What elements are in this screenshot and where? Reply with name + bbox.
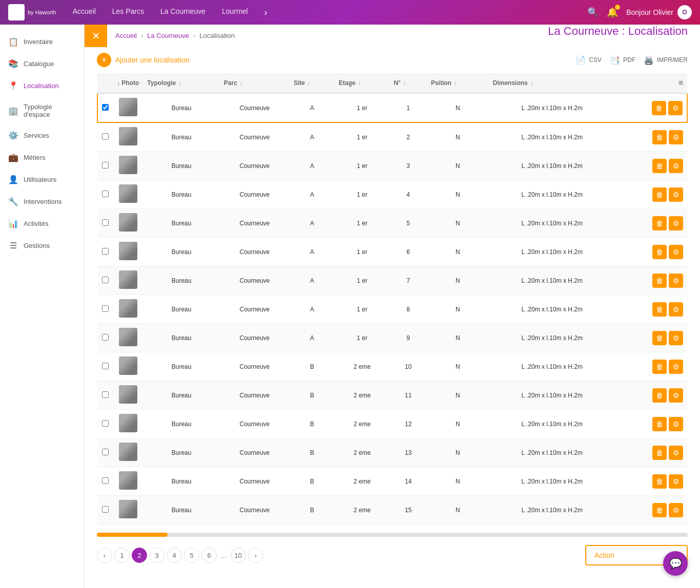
- sidebar-item-metiers[interactable]: 💼 Métiers: [0, 146, 84, 169]
- checkbox-input[interactable]: [102, 363, 109, 369]
- nav-more-icon[interactable]: ›: [264, 7, 267, 18]
- page-btn-6[interactable]: 6: [201, 548, 217, 563]
- add-localisation-button[interactable]: + Ajouter une localisation: [97, 53, 190, 67]
- row-checkbox[interactable]: [97, 352, 113, 381]
- checkbox-input[interactable]: [102, 219, 109, 226]
- sidebar-item-inventaire[interactable]: 📋 Inventaire: [0, 31, 84, 53]
- sidebar-item-localisation[interactable]: 📍 Localisation: [0, 75, 84, 97]
- row-checkbox[interactable]: [97, 238, 113, 266]
- settings-button[interactable]: ⚙: [669, 388, 683, 403]
- settings-button[interactable]: ⚙: [669, 417, 683, 431]
- checkbox-input[interactable]: [102, 334, 109, 341]
- col-psition[interactable]: Psition ↕: [427, 73, 489, 93]
- delete-button[interactable]: 🗑: [652, 331, 667, 345]
- col-dimensions[interactable]: Dimensions ↕: [489, 73, 615, 93]
- settings-button[interactable]: ⚙: [669, 245, 683, 259]
- settings-button[interactable]: ⚙: [669, 130, 683, 144]
- settings-button[interactable]: ⚙: [669, 446, 683, 460]
- settings-button[interactable]: ⚙: [669, 159, 683, 173]
- checkbox-input[interactable]: [102, 277, 109, 283]
- row-checkbox[interactable]: [97, 122, 113, 152]
- row-checkbox[interactable]: [97, 295, 113, 324]
- sidebar-item-interventions[interactable]: 🔧 Interventions: [0, 191, 84, 213]
- page-btn-1[interactable]: 1: [114, 548, 130, 563]
- delete-button[interactable]: 🗑: [652, 245, 667, 259]
- nav-lourmel[interactable]: Lourmel: [222, 7, 248, 18]
- delete-button[interactable]: 🗑: [652, 187, 667, 202]
- row-checkbox[interactable]: [97, 381, 113, 410]
- chat-button[interactable]: 💬: [663, 551, 688, 576]
- delete-button[interactable]: 🗑: [652, 159, 667, 173]
- sidebar-item-catalogue[interactable]: 📚 Catalogue: [0, 53, 84, 75]
- nav-les-parcs[interactable]: Les Parcs: [112, 7, 144, 18]
- notification-bell-icon[interactable]: 🔔 1: [607, 7, 618, 18]
- delete-button[interactable]: 🗑: [652, 388, 667, 403]
- breadcrumb-la-courneuve[interactable]: La Courneuve: [147, 32, 189, 39]
- settings-button[interactable]: ⚙: [669, 474, 683, 489]
- sidebar-item-gestions[interactable]: ☰ Gestions: [0, 235, 84, 257]
- csv-button[interactable]: 📄 CSV: [575, 55, 602, 65]
- pagination-prev[interactable]: ‹: [97, 548, 112, 563]
- checkbox-input[interactable]: [102, 191, 109, 197]
- delete-button[interactable]: 🗑: [652, 360, 667, 374]
- nav-accueil[interactable]: Accueil: [73, 7, 96, 18]
- sidebar-item-activites[interactable]: 📊 Activités: [0, 213, 84, 235]
- nav-la-courneuve[interactable]: La Courneuve: [160, 7, 205, 18]
- row-checkbox[interactable]: [97, 93, 113, 122]
- delete-button[interactable]: 🗑: [652, 417, 667, 431]
- checkbox-input[interactable]: [102, 477, 109, 484]
- print-button[interactable]: 🖨️ IMPRIMER: [644, 55, 688, 65]
- user-greeting[interactable]: Bonjour Olivier O: [626, 5, 692, 19]
- delete-button[interactable]: 🗑: [652, 274, 667, 288]
- sidebar-item-services[interactable]: ⚙️ Services: [0, 124, 84, 146]
- page-btn-5[interactable]: 5: [184, 548, 199, 563]
- row-checkbox[interactable]: [97, 209, 113, 238]
- settings-button[interactable]: ⚙: [669, 274, 683, 288]
- search-icon[interactable]: 🔍: [587, 7, 599, 18]
- delete-button[interactable]: 🗑: [652, 216, 667, 230]
- settings-button[interactable]: ⚙: [669, 331, 683, 345]
- close-button[interactable]: ✕: [85, 25, 107, 47]
- pagination-next[interactable]: ›: [248, 548, 263, 563]
- col-etage[interactable]: Etage ↕: [335, 73, 389, 93]
- delete-button[interactable]: 🗑: [652, 302, 667, 317]
- page-btn-10[interactable]: 10: [231, 548, 246, 563]
- col-num[interactable]: N° ↕: [389, 73, 427, 93]
- checkbox-input[interactable]: [102, 305, 109, 312]
- col-parc[interactable]: Parc ↕: [220, 73, 290, 93]
- page-btn-4[interactable]: 4: [167, 548, 182, 563]
- row-checkbox[interactable]: [97, 467, 113, 496]
- sidebar-item-utilisateurs[interactable]: 👤 Utilisateurs: [0, 169, 84, 191]
- checkbox-input[interactable]: [102, 162, 109, 169]
- settings-button[interactable]: ⚙: [669, 216, 683, 230]
- row-checkbox[interactable]: [97, 152, 113, 180]
- checkbox-input[interactable]: [102, 104, 109, 111]
- delete-button[interactable]: 🗑: [652, 503, 667, 517]
- settings-button[interactable]: ⚙: [669, 503, 683, 517]
- delete-button[interactable]: 🗑: [652, 101, 666, 115]
- row-checkbox[interactable]: [97, 438, 113, 467]
- settings-button[interactable]: ⚙: [669, 360, 683, 374]
- checkbox-input[interactable]: [102, 133, 109, 140]
- col-site[interactable]: Site ↕: [290, 73, 335, 93]
- row-checkbox[interactable]: [97, 180, 113, 209]
- delete-button[interactable]: 🗑: [652, 130, 667, 144]
- settings-button[interactable]: ⚙: [669, 187, 683, 202]
- page-btn-3[interactable]: 3: [149, 548, 164, 563]
- checkbox-input[interactable]: [102, 506, 109, 513]
- col-typology[interactable]: Typologie ↕: [143, 73, 220, 93]
- pdf-button[interactable]: 📑 PDF: [610, 55, 635, 65]
- logo[interactable]: by Haworth: [8, 4, 56, 20]
- delete-button[interactable]: 🗑: [652, 474, 667, 489]
- settings-button[interactable]: ⚙: [669, 302, 683, 317]
- settings-button[interactable]: ⚙: [668, 101, 683, 115]
- checkbox-input[interactable]: [102, 391, 109, 398]
- row-checkbox[interactable]: [97, 496, 113, 524]
- page-btn-2[interactable]: 2: [132, 548, 147, 563]
- checkbox-input[interactable]: [102, 449, 109, 455]
- checkbox-input[interactable]: [102, 420, 109, 427]
- row-checkbox[interactable]: [97, 410, 113, 438]
- delete-button[interactable]: 🗑: [652, 446, 667, 460]
- sidebar-item-typologie[interactable]: 🏢 Typologie d'espace: [0, 97, 84, 124]
- breadcrumb-accueil[interactable]: Accueil: [115, 32, 137, 39]
